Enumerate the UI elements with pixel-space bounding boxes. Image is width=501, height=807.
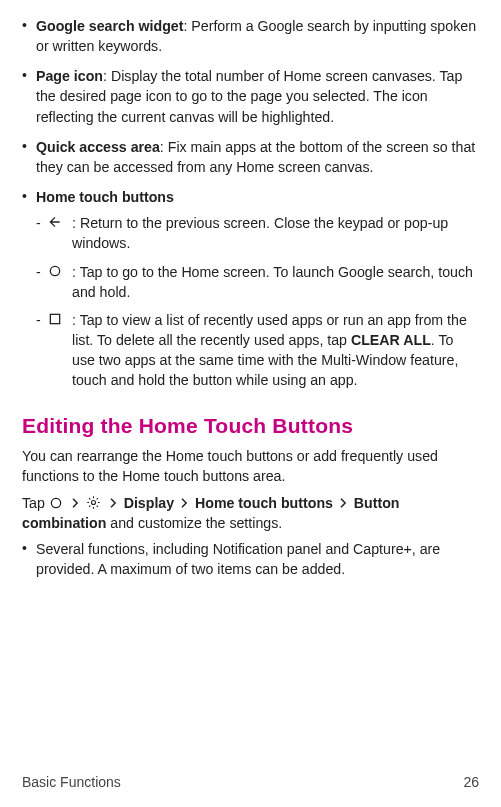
item-google-search-widget: Google search widget: Perform a Google s… — [22, 16, 479, 56]
home-circle-icon — [48, 264, 62, 278]
clear-all-label: CLEAR ALL — [351, 332, 431, 348]
footer-section: Basic Functions — [22, 773, 121, 793]
item-quick-access-area: Quick access area: Fix main apps at the … — [22, 137, 479, 177]
footer-page-number: 26 — [463, 773, 479, 793]
sub-item-home: - : Tap to go to the Home screen. To lau… — [36, 262, 479, 302]
svg-point-0 — [50, 266, 59, 275]
item-home-touch-buttons: Home touch buttons - : Return to the pre… — [22, 187, 479, 390]
item-label: Home touch buttons — [36, 189, 174, 205]
bullet-text: Several functions, including Notificatio… — [36, 541, 440, 577]
settings-gear-icon — [86, 495, 101, 510]
sub-item-text: : Tap to go to the Home screen. To launc… — [72, 264, 473, 300]
item-page-icon: Page icon: Display the total number of H… — [22, 66, 479, 126]
svg-point-3 — [91, 500, 95, 504]
sub-item-back: - : Return to the previous screen. Close… — [36, 213, 479, 253]
item-label: Quick access area — [36, 139, 160, 155]
back-icon — [48, 215, 62, 229]
path-home-touch-buttons: Home touch buttons — [195, 495, 333, 511]
page-footer: Basic Functions 26 — [22, 773, 479, 793]
feature-list: Google search widget: Perform a Google s… — [22, 16, 479, 391]
chevron-right-icon — [340, 493, 347, 513]
item-label: Google search widget — [36, 18, 183, 34]
svg-point-2 — [51, 498, 60, 507]
section-intro: You can rearrange the Home touch buttons… — [22, 446, 479, 486]
dash: - — [36, 310, 46, 330]
section-bullet-list: Several functions, including Notificatio… — [22, 539, 479, 579]
home-touch-sublist: - : Return to the previous screen. Close… — [36, 213, 479, 390]
svg-rect-1 — [50, 314, 59, 323]
chevron-right-icon — [110, 493, 117, 513]
dash: - — [36, 262, 46, 282]
recent-square-icon — [48, 312, 62, 326]
chevron-right-icon — [181, 493, 188, 513]
section-heading: Editing the Home Touch Buttons — [22, 411, 479, 441]
home-circle-icon — [49, 496, 63, 510]
chevron-right-icon — [72, 493, 79, 513]
path-display: Display — [124, 495, 174, 511]
navigation-path: Tap Display Home touch buttons Button co… — [22, 493, 479, 533]
path-tail: and customize the settings. — [110, 515, 282, 531]
tap-label: Tap — [22, 495, 49, 511]
sub-item-recent: - : Tap to view a list of recently used … — [36, 310, 479, 391]
item-label: Page icon — [36, 68, 103, 84]
dash: - — [36, 213, 46, 233]
section-bullet: Several functions, including Notificatio… — [22, 539, 479, 579]
sub-item-text: : Return to the previous screen. Close t… — [72, 215, 448, 251]
